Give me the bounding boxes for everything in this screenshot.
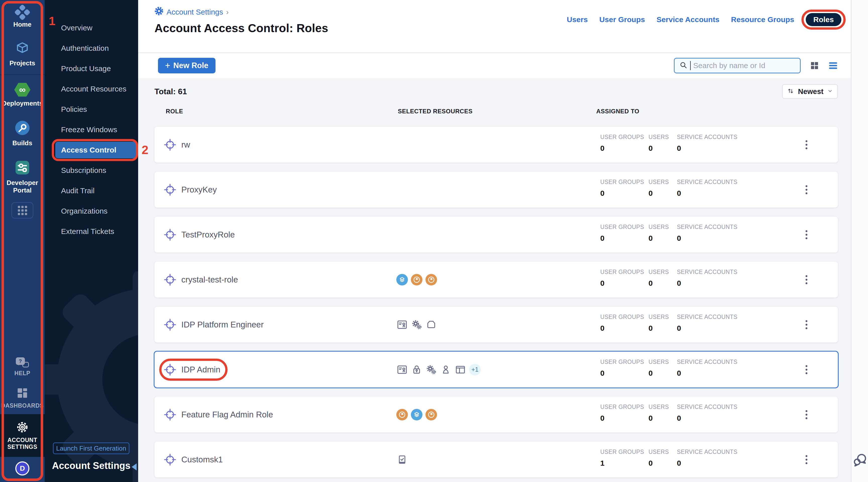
breadcrumb-link[interactable]: Account Settings xyxy=(166,8,223,16)
role-name[interactable]: IDP Admin xyxy=(181,365,220,374)
role-name[interactable]: crystal-test-role xyxy=(181,275,238,284)
assigned-to-cell: USER GROUPS 0 USERS 0 SERVICE ACCOUNTS 0 xyxy=(600,134,747,153)
role-name[interactable]: rw xyxy=(181,140,190,150)
sidebar-divider xyxy=(0,74,45,75)
role-row[interactable]: IDP Platform Engineer USER GROUPS 0 USER… xyxy=(154,307,838,342)
nav-item-overview[interactable]: Overview xyxy=(45,20,138,36)
role-row[interactable]: IDP Admin +1 USER GROUPS 0 USERS 0 SERVI… xyxy=(154,352,838,388)
sidebar-item-help[interactable]: ? HELP xyxy=(0,352,45,382)
support-chat-icon[interactable] xyxy=(852,452,868,469)
role-row[interactable]: Customsk1 USER GROUPS 1 USERS 0 SERVICE … xyxy=(154,442,838,478)
nav-item-access-control[interactable]: Access Control 2 xyxy=(55,142,136,158)
assigned-header: USER GROUPS xyxy=(600,269,649,275)
role-target-icon xyxy=(163,138,177,152)
role-name-cell: Customsk1 xyxy=(163,442,223,478)
assigned-col: USERS 0 xyxy=(649,313,677,332)
nav-item-authentication[interactable]: Authentication xyxy=(45,40,138,57)
tab-users[interactable]: Users xyxy=(567,15,588,24)
assigned-header: SERVICE ACCOUNTS xyxy=(677,403,747,411)
role-row[interactable]: crystal-test-role USER GROUPS 0 USERS 0 … xyxy=(154,262,838,298)
assigned-count: 0 xyxy=(649,144,677,153)
list-view-button[interactable] xyxy=(827,60,839,71)
user-avatar[interactable]: D xyxy=(15,461,29,476)
sidebar-item-label: Developer Portal xyxy=(1,179,44,194)
role-name[interactable]: IDP Platform Engineer xyxy=(181,320,264,329)
module-sidebar: Home Projects ∞ Deployments Builds Devel… xyxy=(0,0,45,482)
nav-item-audit-trail[interactable]: Audit Trail xyxy=(45,182,138,199)
assigned-col: SERVICE ACCOUNTS 0 xyxy=(677,134,747,153)
search-input[interactable]: Search by name or Id xyxy=(674,58,801,73)
nav-item-subscriptions[interactable]: Subscriptions xyxy=(45,162,138,179)
grid-view-button[interactable] xyxy=(809,60,820,71)
module-grid-button[interactable] xyxy=(11,202,33,219)
feature-flag-icon xyxy=(426,409,437,420)
nav-item-external-tickets[interactable]: External Tickets xyxy=(45,223,138,240)
role-row[interactable]: TestProxyRole USER GROUPS 0 USERS 0 SERV… xyxy=(154,217,838,252)
role-row[interactable]: rw USER GROUPS 0 USERS 0 SERVICE ACCOUNT… xyxy=(154,127,838,162)
row-menu-button[interactable] xyxy=(800,227,813,242)
cube-icon xyxy=(15,41,30,57)
assigned-col: USERS 0 xyxy=(649,449,677,468)
roles-section: Total: 61 Newest ROLE SELECTED RESOURCES… xyxy=(138,78,851,482)
sidebar-item-home[interactable]: Home xyxy=(0,0,45,35)
assigned-header: SERVICE ACCOUNTS xyxy=(677,313,747,321)
tab-service-accounts[interactable]: Service Accounts xyxy=(656,15,719,24)
assigned-count: 0 xyxy=(649,324,677,332)
text-cursor xyxy=(690,61,691,70)
row-menu-button[interactable] xyxy=(800,137,813,152)
sidebar-item-deployments[interactable]: ∞ Deployments xyxy=(0,76,45,114)
sidebar-item-account-settings[interactable]: ACCOUNT SETTINGS 1 xyxy=(0,414,45,457)
role-name[interactable]: ProxyKey xyxy=(181,185,217,194)
sidebar-item-builds[interactable]: Builds xyxy=(0,114,45,153)
assigned-col: USER GROUPS 0 xyxy=(600,269,649,288)
roles-list: rw USER GROUPS 0 USERS 0 SERVICE ACCOUNT… xyxy=(154,127,838,478)
nav-item-policies[interactable]: Policies xyxy=(45,101,138,118)
sidebar-item-label: Builds xyxy=(12,139,32,147)
assigned-col: SERVICE ACCOUNTS 0 xyxy=(677,313,747,332)
tab-roles[interactable]: Roles xyxy=(806,13,841,26)
sidebar-item-developer-portal[interactable]: Developer Portal xyxy=(0,153,45,201)
chevron-right-icon: › xyxy=(226,8,228,16)
assigned-header: USER GROUPS xyxy=(600,224,649,231)
nav-item-organizations[interactable]: Organizations xyxy=(45,203,138,219)
role-name[interactable]: TestProxyRole xyxy=(181,230,235,240)
sidebar-item-projects[interactable]: Projects xyxy=(0,35,45,73)
nav-item-account-resources[interactable]: Account Resources xyxy=(45,81,138,97)
row-menu-button[interactable] xyxy=(800,452,813,467)
plus-icon: + xyxy=(165,61,170,70)
nav-item-product-usage[interactable]: Product Usage xyxy=(45,60,138,77)
assigned-col: SERVICE ACCOUNTS 0 xyxy=(677,449,747,468)
row-menu-button[interactable] xyxy=(800,362,813,377)
row-menu-button[interactable] xyxy=(800,272,813,287)
sidebar-item-dashboards[interactable]: DASHBOARDS xyxy=(0,382,45,414)
launch-first-generation-button[interactable]: Launch First Generation xyxy=(53,443,129,454)
role-row[interactable]: Feature Flag Admin Role USER GROUPS 0 US… xyxy=(154,397,838,432)
gear-icon xyxy=(16,421,29,435)
role-name[interactable]: Feature Flag Admin Role xyxy=(181,410,273,419)
tab-resource-groups[interactable]: Resource Groups xyxy=(731,15,795,24)
table-column-headers: ROLE SELECTED RESOURCES ASSIGNED TO xyxy=(154,108,838,115)
assigned-col: SERVICE ACCOUNTS 0 xyxy=(677,403,747,422)
sort-dropdown[interactable]: Newest xyxy=(782,84,838,99)
role-target-icon xyxy=(163,408,177,422)
environment-stack-icon xyxy=(396,274,408,285)
assigned-count: 0 xyxy=(677,234,747,242)
sidebar-item-label: DASHBOARDS xyxy=(1,402,44,409)
row-menu-button[interactable] xyxy=(800,317,813,332)
sidebar-item-label: Home xyxy=(13,21,31,28)
assigned-header: SERVICE ACCOUNTS xyxy=(677,224,747,231)
nav-item-freeze-windows[interactable]: Freeze Windows xyxy=(45,121,138,138)
role-row[interactable]: ProxyKey USER GROUPS 0 USERS 0 SERVICE A… xyxy=(154,172,838,208)
assigned-to-cell: USER GROUPS 0 USERS 0 SERVICE ACCOUNTS 0 xyxy=(600,179,747,198)
assigned-header: USERS xyxy=(649,449,677,455)
row-menu-button[interactable] xyxy=(800,407,813,422)
tab-user-groups[interactable]: User Groups xyxy=(599,15,645,24)
collapse-sidebar-icon[interactable] xyxy=(128,463,136,471)
search-icon xyxy=(679,61,688,70)
assigned-col: USER GROUPS 0 xyxy=(600,224,649,242)
row-menu-button[interactable] xyxy=(800,182,813,197)
search-placeholder: Search by name or Id xyxy=(693,61,765,70)
assigned-count: 0 xyxy=(649,279,677,288)
role-name[interactable]: Customsk1 xyxy=(181,455,223,464)
new-role-button[interactable]: + New Role xyxy=(158,58,216,73)
